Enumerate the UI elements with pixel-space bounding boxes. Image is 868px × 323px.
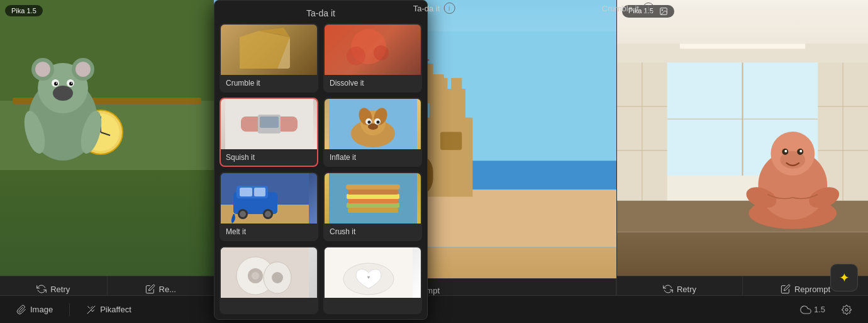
- svg-rect-103: [680, 43, 806, 48]
- svg-rect-58: [348, 190, 398, 195]
- bottom-toolbar: Image Pikaffect 1.5: [0, 295, 868, 323]
- cake-label: [325, 298, 421, 313]
- cloud-icon: [800, 304, 811, 315]
- svg-point-10: [35, 62, 50, 77]
- svg-rect-32: [260, 116, 279, 128]
- right-reprompt-label: Reprompt: [794, 285, 830, 294]
- svg-rect-55: [347, 203, 399, 208]
- crush-label: Crush it: [325, 224, 421, 240]
- svg-point-116: [845, 309, 848, 311]
- svg-rect-57: [347, 194, 399, 199]
- svg-point-26: [347, 47, 365, 65]
- svg-point-41: [367, 121, 370, 124]
- inflate-thumb: [325, 99, 421, 149]
- reprompt-icon: [145, 284, 155, 294]
- pikaffect-button[interactable]: Pikaffect: [80, 301, 138, 319]
- squish-label: Squish it: [221, 149, 317, 166]
- svg-point-16: [54, 82, 58, 86]
- cloud-badge: 1.5: [800, 304, 825, 315]
- dropdown-item-melt[interactable]: Melt it: [220, 172, 318, 241]
- left-retry-label: Retry: [50, 285, 70, 294]
- dropdown-item-crush[interactable]: Crush it: [323, 172, 422, 241]
- dropdown-item-inflate[interactable]: Inflate it: [323, 98, 422, 167]
- retry-icon: [36, 284, 47, 294]
- svg-point-50: [265, 211, 271, 217]
- right-retry-icon: [663, 284, 673, 294]
- pikaffect-dropdown: Ta-da it Crumble it: [214, 0, 428, 320]
- svg-rect-54: [348, 208, 398, 213]
- header-tada: Ta-da it i: [413, 3, 455, 14]
- cloud-value: 1.5: [814, 305, 825, 314]
- svg-point-18: [56, 82, 57, 84]
- svg-rect-81: [437, 78, 447, 93]
- svg-rect-85: [440, 132, 462, 150]
- dropdown-item-roll[interactable]: [220, 246, 318, 314]
- crush-thumb: [325, 173, 421, 224]
- right-retry-label: Retry: [677, 285, 696, 294]
- svg-point-12: [75, 62, 91, 77]
- dropdown-grid: Crumble it Dissolve it: [220, 23, 422, 314]
- left-video-card: Pika 1.5: [0, 0, 214, 323]
- dropdown-item-crumble[interactable]: Crumble it: [220, 23, 318, 93]
- svg-point-42: [376, 121, 379, 124]
- settings-icon: [842, 305, 852, 315]
- main-layout: Pika 1.5: [0, 0, 868, 323]
- roll-label: [221, 298, 317, 313]
- svg-point-48: [240, 211, 246, 217]
- svg-point-63: [252, 272, 259, 280]
- right-reprompt-icon: [781, 284, 791, 294]
- svg-point-111: [784, 150, 787, 152]
- dropdown-item-dissolve[interactable]: Dissolve it: [323, 23, 422, 93]
- svg-point-17: [69, 82, 73, 86]
- left-pika-badge: Pika 1.5: [5, 5, 43, 16]
- melt-thumb: [221, 173, 317, 224]
- koala-scene: Pika 1.5: [0, 0, 214, 276]
- crumble-header-label: Crumble it: [602, 4, 639, 13]
- dropdown-item-squish[interactable]: Squish it: [220, 98, 318, 167]
- svg-point-89: [662, 9, 663, 11]
- melt-label: Melt it: [221, 224, 317, 240]
- toolbar-divider-1: [69, 303, 70, 316]
- inflate-label: Inflate it: [325, 149, 421, 166]
- dissolve-label: Dissolve it: [325, 75, 421, 91]
- dissolve-thumb: [325, 25, 421, 75]
- pikaffect-label: Pikaffect: [100, 305, 131, 314]
- svg-rect-52: [254, 188, 265, 196]
- header-crumble: Crumble it i: [602, 3, 654, 14]
- svg-rect-51: [240, 188, 252, 196]
- settings-button[interactable]: [835, 301, 858, 319]
- svg-point-27: [374, 45, 389, 60]
- dropdown-title: Ta-da it: [306, 8, 335, 18]
- dropdown-item-cake[interactable]: ♥: [323, 246, 422, 314]
- dropdown-header-row: Ta-da it: [220, 6, 422, 23]
- paperclip-icon: [16, 305, 26, 315]
- spark-button[interactable]: ✦: [830, 264, 858, 292]
- tada-info-icon[interactable]: i: [443, 3, 455, 14]
- crumble-info-icon[interactable]: i: [643, 3, 654, 14]
- squish-thumb: [221, 99, 317, 149]
- wand-icon: [86, 305, 96, 315]
- japanese-room-scene: Pika 1.5: [617, 0, 868, 276]
- tada-label: Ta-da it: [413, 4, 440, 13]
- crumble-thumb: [221, 25, 317, 75]
- svg-rect-56: [348, 198, 398, 203]
- image-button[interactable]: Image: [10, 301, 59, 319]
- svg-point-13: [53, 86, 73, 101]
- svg-rect-59: [346, 184, 400, 190]
- svg-text:♥: ♥: [367, 275, 370, 280]
- spark-icon: ✦: [839, 270, 850, 285]
- roll-thumb: [221, 247, 317, 298]
- image-label: Image: [30, 305, 53, 314]
- svg-point-112: [799, 150, 802, 152]
- image-icon: [659, 7, 668, 16]
- svg-point-19: [71, 82, 72, 84]
- svg-rect-82: [451, 78, 462, 93]
- left-video-thumb: Pika 1.5: [0, 0, 214, 276]
- left-reprompt-label: Re...: [159, 285, 176, 294]
- crumble-label: Crumble it: [221, 75, 317, 91]
- cake-thumb: ♥: [325, 247, 421, 298]
- svg-point-65: [272, 272, 283, 283]
